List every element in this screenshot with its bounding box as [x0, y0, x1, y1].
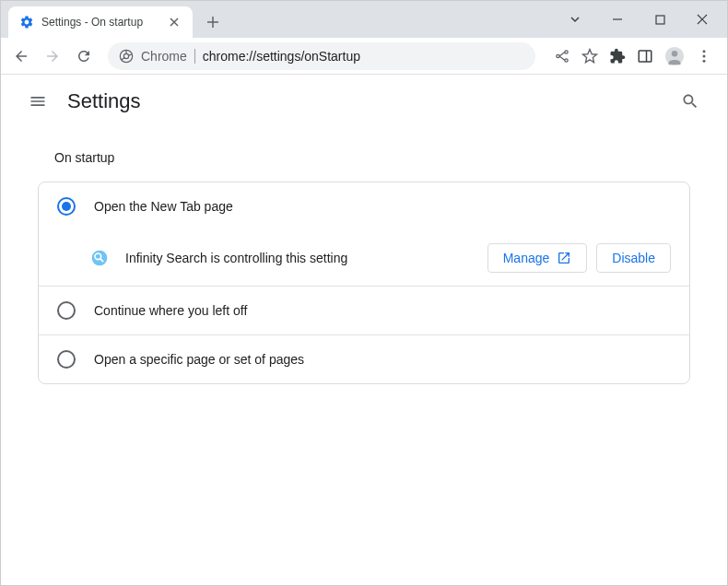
manage-label: Manage [503, 251, 550, 265]
titlebar: Settings - On startup [1, 1, 727, 38]
disable-button[interactable]: Disable [596, 243, 671, 273]
option-label: Open a specific page or set of pages [94, 352, 304, 367]
chrome-icon [119, 49, 134, 64]
option-new-tab[interactable]: Open the New Tab page [39, 182, 689, 230]
profile-icon[interactable] [664, 46, 685, 66]
svg-point-10 [703, 50, 706, 53]
manage-button[interactable]: Manage [487, 243, 588, 273]
minimize-button[interactable] [596, 5, 639, 34]
close-window-button[interactable] [681, 5, 723, 34]
side-panel-icon[interactable] [637, 48, 653, 64]
external-link-icon [557, 251, 571, 265]
extension-app-icon [90, 249, 109, 267]
omnibox-url: chrome://settings/onStartup [203, 49, 360, 64]
radio-unselected-icon [57, 301, 76, 320]
maximize-button[interactable] [639, 5, 681, 34]
startup-card: Open the New Tab page Infinity Search is… [38, 182, 690, 384]
toolbar: Chrome chrome://settings/onStartup [1, 38, 727, 75]
forward-button[interactable] [40, 43, 65, 69]
omnibox-separator [194, 49, 195, 64]
gear-icon [19, 15, 34, 29]
svg-rect-0 [656, 16, 664, 24]
svg-point-11 [703, 54, 706, 57]
option-label: Continue where you left off [94, 303, 247, 318]
hamburger-menu-button[interactable] [19, 83, 56, 120]
radio-selected-icon [57, 197, 76, 216]
extension-message: Infinity Search is controlling this sett… [125, 251, 478, 265]
radio-unselected-icon [57, 350, 76, 369]
new-tab-button[interactable] [200, 9, 226, 35]
svg-point-12 [703, 59, 706, 62]
svg-point-3 [557, 54, 559, 57]
search-button[interactable] [672, 83, 709, 120]
extension-notice: Infinity Search is controlling this sett… [39, 230, 689, 286]
svg-point-9 [672, 51, 677, 56]
browser-tab[interactable]: Settings - On startup [8, 6, 193, 38]
tab-title: Settings - On startup [41, 16, 159, 29]
content: On startup Open the New Tab page Infinit… [1, 128, 727, 406]
back-button[interactable] [8, 43, 34, 69]
omnibox[interactable]: Chrome chrome://settings/onStartup [108, 42, 535, 70]
share-icon[interactable] [554, 48, 570, 64]
window-controls [554, 1, 727, 38]
chevron-down-icon[interactable] [554, 5, 596, 34]
svg-rect-6 [639, 51, 652, 62]
page-title: Settings [67, 89, 141, 113]
reload-button[interactable] [71, 43, 97, 69]
menu-icon[interactable] [696, 48, 712, 64]
settings-header: Settings [1, 75, 727, 128]
close-icon[interactable] [167, 15, 182, 29]
option-continue[interactable]: Continue where you left off [39, 287, 689, 334]
svg-point-5 [565, 58, 568, 61]
disable-label: Disable [612, 251, 655, 265]
option-label: Open the New Tab page [94, 199, 233, 214]
option-specific[interactable]: Open a specific page or set of pages [39, 335, 689, 383]
svg-point-4 [565, 50, 568, 53]
bookmark-icon[interactable] [581, 48, 598, 64]
section-title: On startup [38, 150, 690, 165]
extensions-icon[interactable] [609, 48, 626, 64]
svg-point-13 [92, 251, 108, 266]
omnibox-prefix: Chrome [141, 49, 187, 64]
